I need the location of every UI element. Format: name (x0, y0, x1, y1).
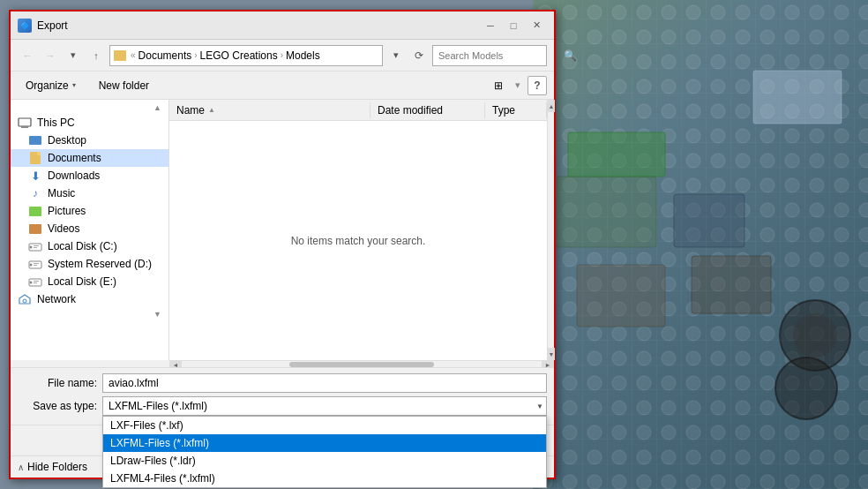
search-icon: 🔍 (564, 49, 577, 62)
view-dropdown-arrow: ▾ (515, 79, 520, 91)
svg-rect-10 (753, 71, 842, 124)
sidebar-item-local-c[interactable]: Local Disk (C:) (11, 237, 168, 255)
recent-locations-button[interactable]: ▾ (64, 46, 83, 65)
sidebar-label-network: Network (37, 293, 76, 305)
sidebar-scroll-down[interactable]: ▼ (153, 310, 161, 319)
help-button[interactable]: ? (528, 76, 547, 95)
header-type[interactable]: Type (485, 102, 547, 118)
breadcrumb-part-2[interactable]: LEGO Creations (200, 49, 278, 62)
scroll-down-button[interactable]: ▼ (548, 348, 555, 360)
new-folder-button[interactable]: New folder (91, 76, 157, 95)
maximize-button[interactable]: □ (503, 17, 524, 34)
refresh-button[interactable]: ⟳ (409, 46, 429, 65)
svg-rect-23 (34, 281, 39, 282)
close-button[interactable]: ✕ (526, 17, 547, 34)
back-button[interactable]: ← (18, 46, 37, 65)
savetype-row: Save as type: LXFML-Files (*.lxfml) ▼ LX… (18, 396, 547, 416)
sidebar-item-music[interactable]: ♪ Music (11, 184, 168, 202)
disk-c-icon (28, 240, 42, 252)
hide-folders-label: Hide Folders (27, 461, 87, 473)
pictures-icon (28, 205, 42, 217)
svg-point-18 (30, 263, 33, 266)
downloads-icon: ⬇ (28, 169, 42, 182)
savetype-option-lxfml4[interactable]: LXFML4-Files (*.lxfml) (103, 470, 546, 487)
sidebar-label-videos: Videos (48, 222, 79, 235)
svg-rect-4 (577, 265, 665, 327)
file-list-empty: No items match your search. (169, 121, 547, 360)
sidebar: ▲ This PC Desktop (11, 100, 169, 360)
view-button[interactable]: ⊞ (489, 76, 508, 95)
minimize-button[interactable]: ─ (480, 17, 501, 34)
documents-icon (28, 152, 42, 164)
svg-rect-9 (568, 132, 665, 177)
forward-button[interactable]: → (41, 46, 60, 65)
main-content: ▲ This PC Desktop (11, 100, 554, 360)
pc-icon (18, 117, 32, 129)
sidebar-item-system-d[interactable]: System Reserved (D:) (11, 255, 168, 273)
header-date[interactable]: Date modified (370, 102, 485, 118)
breadcrumb-separator-1: « (131, 50, 136, 60)
svg-point-8 (775, 357, 837, 419)
savetype-select[interactable]: LXFML-Files (*.lxfml) (102, 396, 547, 416)
sidebar-item-local-e[interactable]: Local Disk (E:) (11, 273, 168, 290)
sidebar-item-this-pc[interactable]: This PC (11, 114, 168, 132)
bottom-bar: File name: Save as type: LXFML-Files (*.… (11, 367, 554, 425)
svg-point-7 (793, 313, 837, 357)
lego-decoration (533, 0, 868, 489)
savetype-option-lxfml[interactable]: LXFML-Files (*.lxfml) (103, 434, 546, 452)
title-left: 🔷 Export (18, 19, 68, 33)
savetype-dropdown: LXF-Files (*.lxf) LXFML-Files (*.lxfml) … (102, 416, 547, 488)
main-scrollbar: ▲ ▼ (547, 100, 554, 360)
sidebar-label-desktop: Desktop (48, 134, 86, 147)
sidebar-label-local-c: Local Disk (C:) (48, 240, 117, 252)
sidebar-item-videos[interactable]: Videos (11, 220, 168, 237)
breadcrumb-part-3[interactable]: Models (286, 49, 320, 62)
breadcrumb-part-1[interactable]: Documents (138, 49, 192, 62)
toolbar: Organize ▾ New folder ⊞ ▾ ? (11, 71, 554, 100)
sidebar-item-documents[interactable]: Documents (11, 149, 168, 167)
savetype-option-ldraw[interactable]: LDraw-Files (*.ldr) (103, 452, 546, 470)
breadcrumb-separator-3: › (281, 50, 283, 60)
savetype-option-lxf[interactable]: LXF-Files (*.lxf) (103, 417, 546, 434)
music-icon: ♪ (28, 187, 42, 199)
svg-rect-1 (533, 0, 868, 489)
sidebar-item-desktop[interactable]: Desktop (11, 132, 168, 149)
title-controls: ─ □ ✕ (480, 17, 547, 34)
organize-button[interactable]: Organize ▾ (18, 76, 84, 95)
filename-row: File name: (18, 373, 547, 393)
sidebar-label-this-pc: This PC (37, 117, 75, 129)
scroll-up-button[interactable]: ▲ (548, 100, 555, 112)
sidebar-scroll-up[interactable]: ▲ (153, 103, 161, 112)
svg-rect-19 (34, 263, 39, 264)
up-button[interactable]: ↑ (86, 46, 106, 65)
sort-arrow: ▲ (208, 106, 215, 114)
title-bar: 🔷 Export ─ □ ✕ (11, 11, 554, 40)
breadcrumb-separator-2: › (194, 50, 197, 60)
hscroll-right-button[interactable]: ► (542, 361, 554, 368)
hscroll-thumb[interactable] (289, 362, 433, 367)
svg-point-22 (30, 281, 33, 283)
header-name[interactable]: Name ▲ (169, 102, 370, 118)
sidebar-label-music: Music (48, 187, 75, 199)
search-input[interactable] (438, 50, 560, 61)
file-header: Name ▲ Date modified Type (169, 100, 547, 121)
hscroll-left-button[interactable]: ◄ (169, 361, 182, 368)
lego-background (533, 0, 868, 489)
folder-icon (114, 50, 126, 61)
nav-bar: ← → ▾ ↑ « Documents › LEGO Creations › M… (11, 40, 554, 71)
disk-d-icon (28, 258, 42, 270)
sidebar-label-downloads: Downloads (48, 169, 100, 182)
sidebar-label-pictures: Pictures (48, 205, 86, 217)
sidebar-item-downloads[interactable]: ⬇ Downloads (11, 167, 168, 184)
breadcrumb-dropdown[interactable]: ▾ (386, 46, 406, 65)
sidebar-item-network[interactable]: Network (11, 290, 168, 308)
svg-rect-5 (692, 256, 771, 313)
filename-input[interactable] (102, 373, 547, 393)
scroll-track (548, 112, 554, 348)
svg-point-14 (30, 245, 33, 248)
svg-rect-2 (550, 177, 656, 247)
svg-rect-16 (34, 247, 37, 248)
svg-rect-12 (21, 126, 28, 128)
sidebar-item-pictures[interactable]: Pictures (11, 202, 168, 220)
hide-folders-arrow: ∧ (18, 463, 24, 472)
